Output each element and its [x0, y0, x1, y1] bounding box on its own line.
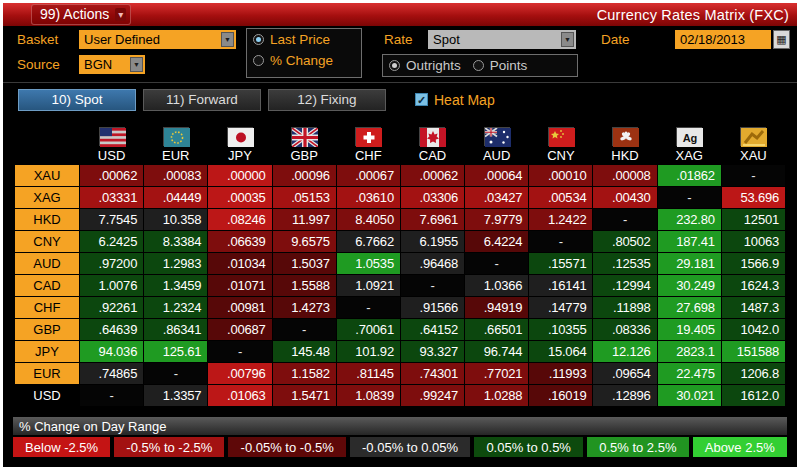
rate-cell-cny-gbp[interactable]: 9.6575: [273, 231, 336, 252]
rate-cell-chf-gbp[interactable]: 1.4273: [273, 297, 336, 318]
rate-cell-hkd-xag[interactable]: 232.80: [658, 209, 721, 230]
rate-cell-chf-usd[interactable]: .92261: [80, 297, 143, 318]
rate-cell-hkd-xau[interactable]: 12501: [722, 209, 785, 230]
rate-cell-cny-eur[interactable]: 8.3384: [144, 231, 207, 252]
rate-cell-jpy-jpy[interactable]: -: [208, 341, 271, 362]
rate-cell-xau-gbp[interactable]: .00096: [273, 165, 336, 186]
rate-cell-cny-xau[interactable]: 10063: [722, 231, 785, 252]
rate-cell-chf-eur[interactable]: 1.2324: [144, 297, 207, 318]
rate-cell-xau-cad[interactable]: .00062: [401, 165, 464, 186]
row-header-gbp[interactable]: GBP: [15, 319, 79, 340]
column-header-usd[interactable]: USD: [80, 147, 143, 164]
rate-cell-cad-aud[interactable]: 1.0366: [465, 275, 528, 296]
rate-cell-hkd-cny[interactable]: 1.2422: [529, 209, 592, 230]
rate-cell-xau-aud[interactable]: .00064: [465, 165, 528, 186]
rate-cell-eur-eur[interactable]: -: [144, 363, 207, 384]
column-header-eur[interactable]: EUR: [144, 147, 207, 164]
rate-cell-xag-aud[interactable]: .03427: [465, 187, 528, 208]
rate-cell-hkd-jpy[interactable]: .08246: [208, 209, 271, 230]
rate-cell-xag-jpy[interactable]: .00035: [208, 187, 271, 208]
rate-cell-chf-chf[interactable]: -: [337, 297, 400, 318]
rate-cell-aud-xag[interactable]: 29.181: [658, 253, 721, 274]
row-header-aud[interactable]: AUD: [15, 253, 79, 274]
radio-icon[interactable]: [253, 55, 264, 66]
rate-cell-xag-hkd[interactable]: .00430: [593, 187, 656, 208]
rate-cell-hkd-cad[interactable]: 7.6961: [401, 209, 464, 230]
rate-cell-xag-cad[interactable]: .03306: [401, 187, 464, 208]
rate-cell-xau-xag[interactable]: .01862: [658, 165, 721, 186]
rate-cell-xau-xau[interactable]: -: [722, 165, 785, 186]
rate-cell-aud-gbp[interactable]: 1.5037: [273, 253, 336, 274]
rate-cell-xau-hkd[interactable]: .00008: [593, 165, 656, 186]
rate-cell-cad-hkd[interactable]: .12994: [593, 275, 656, 296]
column-header-cad[interactable]: CAD: [401, 147, 464, 164]
rate-cell-usd-cad[interactable]: .99247: [401, 385, 464, 406]
rate-cell-cad-xag[interactable]: 30.249: [658, 275, 721, 296]
row-header-eur[interactable]: EUR: [15, 363, 79, 384]
rate-cell-eur-chf[interactable]: .81145: [337, 363, 400, 384]
rate-cell-cny-chf[interactable]: 6.7662: [337, 231, 400, 252]
column-header-gbp[interactable]: GBP: [273, 147, 336, 164]
rate-cell-cad-eur[interactable]: 1.3459: [144, 275, 207, 296]
rate-cell-aud-xau[interactable]: 1566.9: [722, 253, 785, 274]
rate-cell-cad-cny[interactable]: .16141: [529, 275, 592, 296]
rate-cell-aud-aud[interactable]: -: [465, 253, 528, 274]
rate-cell-gbp-cny[interactable]: .10355: [529, 319, 592, 340]
rate-cell-cad-cad[interactable]: -: [401, 275, 464, 296]
row-header-cad[interactable]: CAD: [15, 275, 79, 296]
rate-cell-chf-hkd[interactable]: .11898: [593, 297, 656, 318]
rate-cell-xag-xau[interactable]: 53.696: [722, 187, 785, 208]
rate-cell-jpy-xau[interactable]: 151588: [722, 341, 785, 362]
rate-cell-eur-cad[interactable]: .74301: [401, 363, 464, 384]
rate-cell-cny-xag[interactable]: 187.41: [658, 231, 721, 252]
radio-icon[interactable]: [473, 60, 484, 71]
column-header-xau[interactable]: XAU: [722, 147, 785, 164]
column-header-xag[interactable]: XAG: [658, 147, 721, 164]
source-select[interactable]: BGN ▼: [79, 55, 145, 74]
rate-cell-cad-chf[interactable]: 1.0921: [337, 275, 400, 296]
rate-cell-xag-chf[interactable]: .03610: [337, 187, 400, 208]
radio-option-last-price[interactable]: Last Price: [247, 29, 361, 50]
rate-cell-usd-chf[interactable]: 1.0839: [337, 385, 400, 406]
rate-cell-usd-usd[interactable]: -: [80, 385, 143, 406]
tab-forward[interactable]: 11) Forward: [143, 89, 261, 111]
rate-cell-cny-hkd[interactable]: .80502: [593, 231, 656, 252]
rate-cell-xau-cny[interactable]: .00010: [529, 165, 592, 186]
rate-cell-cad-usd[interactable]: 1.0076: [80, 275, 143, 296]
rate-cell-gbp-chf[interactable]: .70061: [337, 319, 400, 340]
heatmap-toggle[interactable]: ✓ Heat Map: [415, 92, 495, 108]
rate-cell-jpy-cny[interactable]: 15.064: [529, 341, 592, 362]
rate-cell-chf-jpy[interactable]: .00981: [208, 297, 271, 318]
rate-cell-aud-usd[interactable]: .97200: [80, 253, 143, 274]
rate-cell-eur-gbp[interactable]: 1.1582: [273, 363, 336, 384]
rate-cell-jpy-hkd[interactable]: 12.126: [593, 341, 656, 362]
rate-cell-hkd-gbp[interactable]: 11.997: [273, 209, 336, 230]
rate-cell-usd-hkd[interactable]: .12896: [593, 385, 656, 406]
rate-cell-jpy-usd[interactable]: 94.036: [80, 341, 143, 362]
rate-cell-aud-eur[interactable]: 1.2983: [144, 253, 207, 274]
rate-cell-aud-jpy[interactable]: .01034: [208, 253, 271, 274]
rate-cell-aud-cad[interactable]: .96468: [401, 253, 464, 274]
rate-cell-xau-eur[interactable]: .00083: [144, 165, 207, 186]
rate-cell-chf-cny[interactable]: .14779: [529, 297, 592, 318]
rate-cell-eur-hkd[interactable]: .09654: [593, 363, 656, 384]
rate-cell-gbp-aud[interactable]: .66501: [465, 319, 528, 340]
rate-cell-cad-xau[interactable]: 1624.3: [722, 275, 785, 296]
rate-cell-gbp-usd[interactable]: .64639: [80, 319, 143, 340]
rate-cell-xau-chf[interactable]: .00067: [337, 165, 400, 186]
rate-cell-jpy-cad[interactable]: 93.327: [401, 341, 464, 362]
rate-cell-gbp-xag[interactable]: 19.405: [658, 319, 721, 340]
rate-cell-usd-aud[interactable]: 1.0288: [465, 385, 528, 406]
rate-cell-xag-xag[interactable]: -: [658, 187, 721, 208]
radio-option-outrights[interactable]: Outrights: [383, 55, 467, 76]
rate-cell-gbp-eur[interactable]: .86341: [144, 319, 207, 340]
rate-cell-gbp-hkd[interactable]: .08336: [593, 319, 656, 340]
rate-cell-cny-cny[interactable]: -: [529, 231, 592, 252]
row-header-hkd[interactable]: HKD: [15, 209, 79, 230]
rate-cell-cny-cad[interactable]: 6.1955: [401, 231, 464, 252]
basket-select[interactable]: User Defined ▼: [79, 30, 236, 49]
row-header-xag[interactable]: XAG: [15, 187, 79, 208]
rate-cell-cny-jpy[interactable]: .06639: [208, 231, 271, 252]
row-header-jpy[interactable]: JPY: [15, 341, 79, 362]
rate-cell-aud-hkd[interactable]: .12535: [593, 253, 656, 274]
